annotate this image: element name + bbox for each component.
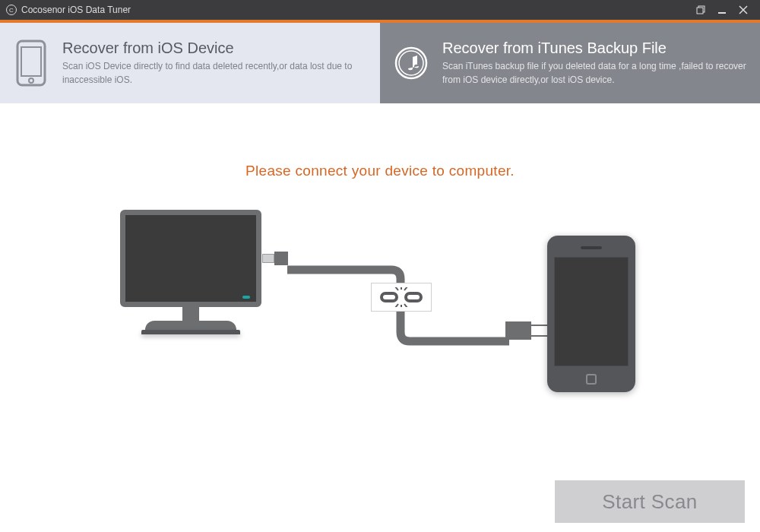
- tab-title: Recover from iTunes Backup File: [442, 40, 746, 57]
- window-restore-button[interactable]: [690, 0, 711, 20]
- tab-recover-ios-device[interactable]: Recover from iOS Device Scan iOS Device …: [0, 23, 380, 103]
- connect-prompt: Please connect your device to computer.: [0, 103, 760, 179]
- dock-connector-icon: [505, 321, 551, 340]
- app-title: Cocosenor iOS Data Tuner: [21, 5, 131, 15]
- window-minimize-button[interactable]: [711, 0, 733, 20]
- tab-desc: Scan iOS Device directly to find data de…: [62, 60, 366, 87]
- svg-point-8: [396, 48, 426, 78]
- svg-rect-1: [697, 8, 703, 14]
- svg-point-9: [399, 51, 423, 75]
- tab-recover-itunes-backup[interactable]: Recover from iTunes Backup File Scan iTu…: [380, 23, 760, 103]
- mode-tabs: Recover from iOS Device Scan iOS Device …: [0, 23, 760, 103]
- titlebar-left: C Cocosenor iOS Data Tuner: [6, 5, 131, 15]
- svg-rect-6: [21, 47, 41, 76]
- tab-title: Recover from iOS Device: [62, 40, 366, 57]
- usb-connector-icon: [262, 252, 288, 265]
- main-panel: Please connect your device to computer.: [0, 103, 760, 532]
- tab-text: Recover from iOS Device Scan iOS Device …: [62, 40, 366, 87]
- start-scan-button: Start Scan: [555, 480, 745, 523]
- tab-desc: Scan iTunes backup file if you deleted d…: [442, 60, 746, 87]
- phone-icon: [14, 40, 49, 87]
- svg-line-12: [395, 287, 398, 290]
- tab-text: Recover from iTunes Backup File Scan iTu…: [442, 40, 746, 87]
- connect-illustration: [0, 210, 760, 438]
- svg-rect-11: [406, 293, 421, 301]
- music-note-icon: [394, 46, 429, 80]
- phone-device-icon: [547, 236, 635, 392]
- svg-line-14: [404, 287, 407, 290]
- svg-rect-10: [382, 293, 397, 301]
- app-logo-icon: C: [6, 5, 17, 15]
- svg-line-17: [404, 304, 407, 307]
- monitor-icon: [120, 210, 261, 334]
- titlebar: C Cocosenor iOS Data Tuner: [0, 0, 760, 20]
- window-controls: [690, 0, 754, 20]
- svg-point-7: [29, 78, 33, 83]
- svg-line-15: [395, 304, 398, 307]
- window-close-button[interactable]: [733, 0, 754, 20]
- broken-link-icon: [371, 283, 432, 312]
- cable-icon: [258, 252, 562, 389]
